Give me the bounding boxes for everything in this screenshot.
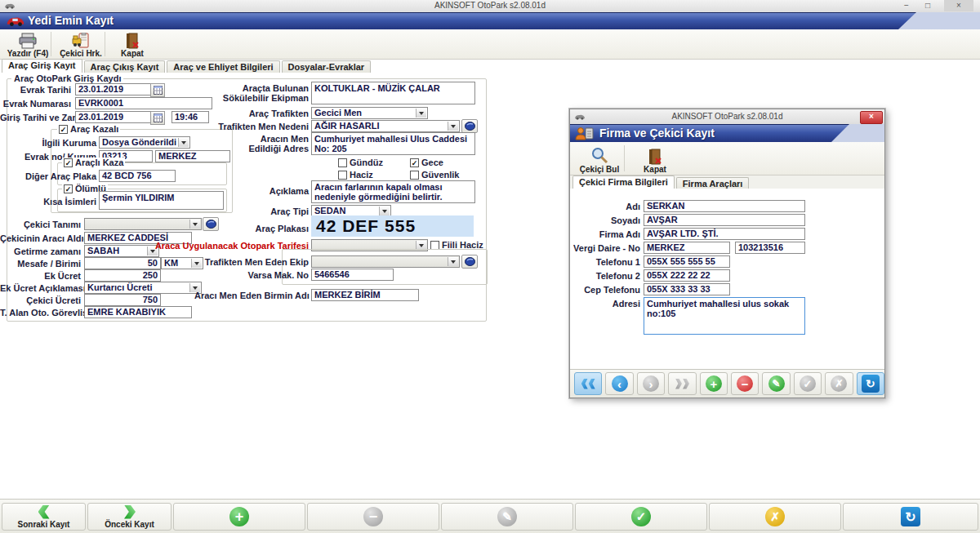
save-record-button[interactable]: ✓ bbox=[575, 503, 707, 531]
refresh-button[interactable]: ↻ bbox=[843, 503, 978, 531]
calendar-icon bbox=[154, 113, 163, 122]
ek-ucret-input[interactable]: 250 bbox=[84, 269, 161, 282]
tab-firma-araclari[interactable]: Firma Araçları bbox=[676, 177, 750, 189]
evrak-tarihi-input[interactable]: 23.01.2019 bbox=[75, 83, 152, 95]
check-icon: ✓ bbox=[800, 375, 816, 392]
arac-tipi-label: Araç Tipi bbox=[194, 207, 309, 216]
refresh-icon: ↻ bbox=[862, 375, 880, 393]
firma-adi-input[interactable]: AVŞAR LTD. ŞTİ. bbox=[644, 228, 805, 240]
men-ekip-select[interactable] bbox=[311, 255, 460, 268]
calendar-button[interactable] bbox=[150, 111, 165, 125]
cep-telefonu-input[interactable]: 055X 333 33 33 bbox=[644, 283, 730, 295]
chevron-right-icon bbox=[124, 505, 136, 519]
add-record-button[interactable]: + bbox=[173, 503, 305, 531]
toolbar-separator bbox=[51, 32, 51, 56]
ekipman-label-line2: Sökülebilir Ekipman bbox=[194, 93, 309, 103]
soyadi-input[interactable]: AVŞAR bbox=[644, 214, 805, 226]
gece-checkbox[interactable]: ✓ Gece bbox=[408, 158, 445, 167]
last-record-button[interactable] bbox=[668, 372, 696, 395]
close-button[interactable]: × bbox=[944, 0, 973, 11]
telefon1-input[interactable]: 055X 555 555 55 bbox=[644, 255, 730, 268]
refresh-button[interactable]: ↻ bbox=[857, 372, 884, 395]
gorevli-input[interactable]: EMRE KARABIYIK bbox=[84, 306, 192, 318]
tab-dosyalar[interactable]: Dosyalar-Evraklar bbox=[282, 60, 372, 73]
dialog-title: Firma ve Çekici Kayıt bbox=[599, 127, 715, 140]
os-titlebar: AKINSOFT OtoPark s2.08.01d − □ × bbox=[0, 0, 980, 13]
birim-adi-input[interactable]: MERKEZ BİRİM bbox=[311, 289, 419, 301]
aracli-kaza-checkbox[interactable]: ✓ Araçlı Kaza bbox=[62, 158, 125, 167]
calendar-icon bbox=[154, 86, 163, 95]
vergi-no-input[interactable]: 103213516 bbox=[735, 242, 805, 254]
edit-record-button[interactable]: ✎ bbox=[762, 372, 790, 395]
men-ekip-lookup-button[interactable] bbox=[461, 255, 478, 269]
groupbox-title: Araç OtoPark Giriş Kaydı bbox=[11, 73, 123, 83]
calendar-button[interactable] bbox=[150, 83, 165, 97]
edit-record-button[interactable]: ✎ bbox=[441, 503, 573, 531]
ek-aciklama-select[interactable]: Kurtarıcı Ücreti bbox=[84, 282, 202, 294]
telefon2-input[interactable]: 055X 222 22 22 bbox=[644, 269, 730, 282]
main-tabs: Araç Giriş KayıtAraç Çıkış KayıtAraç ve … bbox=[0, 59, 980, 72]
aldigi-yer-label: Çekicinin Aracı Aldığı Yer bbox=[0, 233, 81, 243]
arac-kazali-checkbox[interactable]: ✓ Araç Kazalı bbox=[57, 124, 120, 134]
dialog-kapat-button[interactable]: Kapat bbox=[630, 144, 679, 175]
cekici-hrk-button[interactable]: Çekici Hrk. bbox=[53, 31, 109, 59]
telefon2-label: Telefonu 2 bbox=[570, 271, 640, 281]
delete-record-button[interactable]: − bbox=[307, 503, 439, 531]
previous-record-button[interactable]: ‹ bbox=[605, 372, 633, 395]
ekipman-textarea[interactable]: KOLTUKLAR - MÜZİK ÇALAR bbox=[311, 82, 475, 104]
evrak-no-input[interactable]: EVRK0001 bbox=[75, 97, 212, 109]
aciklama-textarea[interactable]: Aracın farlarının kapalı olması nedeniyl… bbox=[311, 180, 475, 203]
cekici-ucreti-input[interactable]: 750 bbox=[84, 294, 161, 306]
previous-record-button[interactable]: Önceki Kayıt bbox=[87, 503, 172, 531]
cancel-icon: ✗ bbox=[831, 375, 847, 392]
printer-icon bbox=[19, 33, 37, 49]
cekici-bul-button[interactable]: Çekiçi Bul bbox=[573, 144, 626, 175]
add-record-button[interactable]: + bbox=[700, 372, 728, 395]
cancel-record-button[interactable]: ✗ bbox=[825, 372, 853, 395]
cancel-icon: ✗ bbox=[765, 507, 785, 526]
tab-arac-cikis[interactable]: Araç Çıkış Kayıt bbox=[84, 60, 166, 73]
gunduz-checkbox[interactable]: Gündüz bbox=[336, 158, 385, 167]
mesafe-input[interactable]: 50 bbox=[84, 257, 161, 269]
search-icon bbox=[590, 147, 608, 165]
men-adres-textarea[interactable]: Cumhuriyet mahallesi Ulus Caddesi No: 20… bbox=[311, 132, 475, 155]
page-title: Yedi Emin Kayıt bbox=[28, 14, 114, 27]
minimize-button[interactable]: − bbox=[897, 0, 916, 11]
evrak-tarihi-label: Evrak Tarihi bbox=[0, 85, 71, 95]
diger-plaka-label: Diğer Araç Plaka bbox=[24, 171, 96, 181]
door-icon bbox=[125, 33, 140, 49]
adi-input[interactable]: SERKAN bbox=[644, 200, 805, 212]
cancel-record-button[interactable]: ✗ bbox=[709, 503, 841, 531]
close-toolbar-button[interactable]: Kapat bbox=[108, 31, 157, 59]
adresi-textarea[interactable]: Cumhuriyet mahallesi ulus sokak no:105 bbox=[644, 297, 805, 335]
gorevli-label: T. Alan Oto. Görevlisi bbox=[0, 308, 81, 318]
haciz-checkbox[interactable]: Haciz bbox=[336, 170, 375, 180]
next-record-button[interactable]: Sonraki Kayıt bbox=[2, 503, 86, 531]
delete-record-button[interactable]: − bbox=[731, 372, 759, 395]
kisa-isimleri-label: Kısa İsimleri bbox=[24, 197, 96, 207]
maximize-button[interactable]: □ bbox=[918, 0, 938, 11]
tab-ehliyet[interactable]: Araç ve Ehliyet Bilgileri bbox=[167, 60, 279, 73]
giris-tarihi-input[interactable]: 23.01.2019 bbox=[75, 111, 152, 123]
cekici-tanimi-select[interactable] bbox=[84, 218, 202, 230]
first-record-button[interactable] bbox=[574, 372, 602, 395]
next-record-button[interactable]: › bbox=[637, 372, 665, 395]
men-nedeni-select[interactable]: AĞIR HASARLI bbox=[311, 120, 460, 132]
print-button[interactable]: Yazdır (F4) bbox=[2, 31, 54, 59]
diger-plaka-input[interactable]: 42 BCD 756 bbox=[99, 170, 176, 182]
gunduz-label: Gündüz bbox=[350, 158, 383, 167]
vergi-daire-input[interactable]: MERKEZ bbox=[644, 242, 730, 254]
save-record-button[interactable]: ✓ bbox=[794, 372, 822, 395]
person-clipboard-icon bbox=[575, 127, 595, 140]
next-record-label: Sonraki Kayıt bbox=[18, 520, 70, 529]
tab-arac-giris[interactable]: Araç Giriş Kayıt bbox=[2, 59, 82, 73]
arac-trafikten-select[interactable]: Gecici Men bbox=[311, 107, 428, 119]
men-nedeni-lookup-button[interactable] bbox=[461, 119, 478, 133]
checkbox-checked-icon: ✓ bbox=[64, 184, 73, 193]
guvenlik-checkbox[interactable]: Güvenlik bbox=[408, 170, 461, 180]
tab-firma-bilgileri[interactable]: Çekici Firma Bilgileri bbox=[572, 175, 675, 189]
ilgili-kuruma-select[interactable]: Dosya Gönderildi bbox=[99, 136, 190, 149]
plus-icon: + bbox=[229, 507, 249, 526]
mak-no-input[interactable]: 5466546 bbox=[311, 269, 394, 281]
dialog-close-button[interactable]: × bbox=[860, 111, 883, 124]
